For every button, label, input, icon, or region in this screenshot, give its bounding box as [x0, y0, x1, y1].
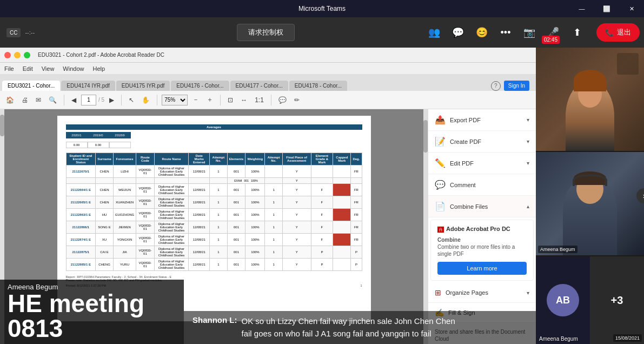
chat-button[interactable]: 💬	[447, 22, 469, 43]
tool-search[interactable]: 🔍	[46, 95, 59, 105]
page-separator: / 5	[98, 97, 104, 103]
tool-cursor[interactable]: ↖	[126, 95, 137, 105]
acrobat-pro-title: Adobe Acrobat Pro DC	[446, 226, 510, 232]
edit-pdf-label: Edit PDF	[450, 160, 522, 167]
organize-label: Organize Pages	[446, 289, 488, 296]
combine-files-item[interactable]: 📄 Combine Files ▴	[428, 196, 536, 217]
window-controls: — ⬜ ✕	[569, 0, 644, 17]
combine-files-label: Combine Files	[450, 203, 522, 210]
reactions-button[interactable]: 😊	[471, 22, 493, 43]
end-call-button[interactable]: 📞 退出	[596, 23, 640, 42]
participants-button[interactable]: 👥	[423, 22, 445, 43]
edit-pdf-arrow: ▾	[527, 160, 529, 166]
col-elements: Elements	[227, 153, 245, 166]
tab-edu4178[interactable]: EDU4178 - Cohor...	[289, 81, 347, 91]
scroll-thumb[interactable]	[423, 120, 428, 153]
col-attempt2: Attempt No.	[265, 153, 283, 166]
tool-markup[interactable]: ✏	[291, 95, 302, 105]
table-row: 21122874/1 E XU YONGXIN VQ0833-01 Diplom…	[66, 234, 362, 246]
video-panel-man	[536, 152, 644, 256]
tab-edu4175[interactable]: EDU4175 IYR.pdf	[116, 81, 170, 91]
ameena-label: Ameena Begum	[538, 246, 577, 253]
camera-button[interactable]: 📷	[519, 22, 540, 43]
export-pdf-arrow: ▾	[527, 117, 529, 123]
tool-prev-page[interactable]: ◀	[69, 95, 79, 105]
tool-print[interactable]: 🖨	[19, 95, 31, 105]
transcript-speaker: Shannon L:	[192, 315, 237, 325]
tab-edu3021[interactable]: EDU3021 - Cohor...	[2, 81, 60, 91]
learn-more-button[interactable]: Learn more	[437, 262, 527, 275]
title-bar: Microsoft Teams — ⬜ ✕	[0, 0, 644, 17]
export-pdf-item[interactable]: 📤 Export PDF ▾	[428, 109, 536, 131]
avatar-ab: AB	[547, 284, 579, 316]
tool-home[interactable]: 🏠	[3, 95, 17, 105]
tool-comment[interactable]: 💬	[276, 95, 289, 105]
page-number-input[interactable]	[81, 95, 96, 105]
menu-file[interactable]: File	[4, 65, 14, 72]
more-options-button[interactable]: •••	[495, 22, 516, 43]
organize-pages-item[interactable]: ⊞ Organize Pages ▾	[428, 283, 536, 303]
tab-edu4176[interactable]: EDU4176 - Cohor...	[171, 81, 229, 91]
teams-toolbar: CC --:-- 请求控制权 👥 💬 😊 ••• 📷 🎤 ⬆ 📞 退出 02:4…	[0, 17, 644, 48]
table-row: 21122665/1 E CHEN XUANZHEN VQ0833-01 Dip…	[66, 196, 362, 209]
menu-help[interactable]: Help	[92, 65, 105, 72]
tool-zoom-in[interactable]: ＋	[204, 94, 216, 106]
comment-icon: 💬	[435, 180, 446, 190]
edit-pdf-item[interactable]: ✏️ Edit PDF ▾	[428, 153, 536, 174]
comment-label: Comment	[450, 182, 529, 188]
tool-next-page[interactable]: ▶	[107, 95, 117, 105]
transcript-line2: fail goes on who fail J A1 song fail and…	[242, 328, 455, 340]
menu-window[interactable]: Window	[63, 65, 84, 72]
share-button[interactable]: ⬆	[566, 22, 588, 43]
table-row: 21122875/1 CAI E JIA VQ0833-01 Diploma o…	[66, 246, 362, 259]
maximize-button[interactable]: ⬜	[594, 0, 619, 17]
sign-in-button[interactable]: Sign In	[504, 81, 529, 91]
col-route-name: Route Name	[154, 153, 189, 166]
meeting-title: HE meeting 0813	[8, 291, 176, 341]
transcript-line1: OK so uh Lizzy Chen fail way jinchen sal…	[242, 315, 455, 328]
menu-view[interactable]: View	[42, 65, 55, 72]
win-close[interactable]	[4, 52, 11, 58]
create-pdf-item[interactable]: 📝 Create PDF ▾	[428, 131, 536, 153]
minimize-button[interactable]: —	[569, 0, 594, 17]
table-row: 21122670/1 CHEN LIZHI VQ0833-01 Diploma …	[66, 166, 362, 178]
export-pdf-label: Export PDF	[450, 117, 522, 123]
win-min[interactable]	[14, 52, 21, 58]
tool-zoom-out[interactable]: －	[190, 94, 202, 106]
app-title: Microsoft Teams	[298, 5, 346, 12]
col-final: Final Piece of Assessment	[282, 153, 311, 166]
menu-edit[interactable]: Edit	[23, 65, 33, 72]
close-button[interactable]: ✕	[619, 0, 644, 17]
col-student-id: Student ID and Enrolment Status	[66, 153, 96, 166]
tab-edu4174[interactable]: EDU4174 IYR.pdf	[61, 81, 115, 91]
bottom-overlay: Ameena Begum HE meeting 0813	[0, 280, 184, 344]
video-panel-count: +3	[590, 256, 644, 344]
zoom-select[interactable]: 75% 100% 150%	[162, 95, 188, 105]
control-request-button[interactable]: 请求控制权	[237, 24, 295, 41]
acrobat-icon: 🅰	[437, 226, 444, 234]
woman-hair	[574, 70, 606, 91]
col-weighting: Weighting	[245, 153, 265, 166]
table-row: 21122664/1 E CHEN WEIJUN VQ0833-01 Diplo…	[66, 184, 362, 196]
tool-actual-size[interactable]: 1:1	[252, 95, 267, 105]
win-max[interactable]	[24, 52, 30, 58]
time-code: --:--	[25, 29, 35, 36]
vertical-scrollbar[interactable]	[423, 109, 428, 344]
col-grade: Element Grade & Mark	[311, 153, 333, 166]
tool-email[interactable]: ✉	[33, 95, 44, 105]
comment-item[interactable]: 💬 Comment	[428, 174, 536, 196]
avatar-name-label: Ameena Begum	[539, 336, 578, 342]
tool-fit-width[interactable]: ↔	[238, 95, 250, 105]
bg-decor	[617, 53, 639, 75]
create-pdf-icon: 📝	[435, 136, 446, 147]
organize-icon: ⊞	[435, 288, 441, 297]
student-table: Student ID and Enrolment Status Surname …	[66, 153, 362, 271]
tool-hand[interactable]: ✋	[139, 95, 152, 105]
cc-button[interactable]: CC	[6, 28, 21, 37]
tool-fit-page[interactable]: ⊡	[225, 95, 236, 105]
date-label: 15/08/2021	[613, 334, 642, 342]
video-panel-avatar: AB Ameena Begum	[536, 256, 590, 344]
organize-arrow: ▾	[527, 290, 529, 296]
help-button[interactable]: ?	[491, 81, 501, 91]
tab-edu4177[interactable]: EDU4177 - Cohor...	[230, 81, 288, 91]
